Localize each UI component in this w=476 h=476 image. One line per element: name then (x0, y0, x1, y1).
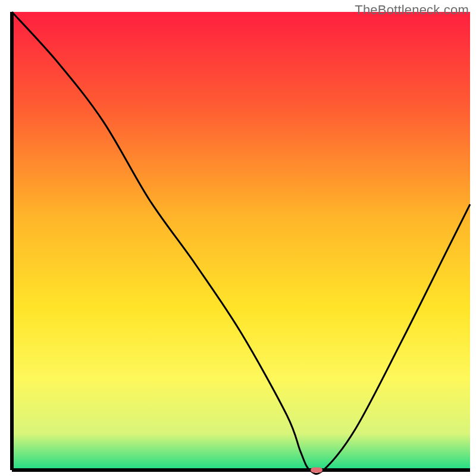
optimal-point-marker (311, 467, 322, 472)
chart-container: TheBottleneck.com (0, 0, 476, 476)
plot-background (12, 12, 470, 470)
watermark-text: TheBottleneck.com (355, 2, 469, 18)
bottleneck-chart (0, 0, 476, 476)
